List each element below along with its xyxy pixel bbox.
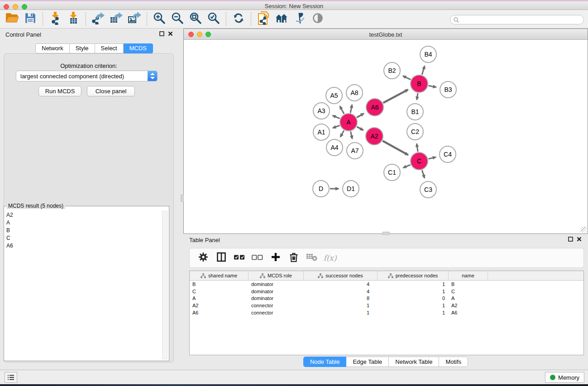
save-session-button[interactable] bbox=[21, 11, 39, 27]
tab-edge-table[interactable]: Edge Table bbox=[346, 357, 389, 367]
cell[interactable]: A2 bbox=[449, 303, 488, 308]
edge-A-A2[interactable] bbox=[357, 127, 363, 130]
window-resize-grip[interactable] bbox=[581, 227, 587, 233]
edge-C-C4[interactable] bbox=[428, 157, 435, 159]
tab-network-table[interactable]: Network Table bbox=[389, 357, 439, 367]
edge-B-B3[interactable] bbox=[429, 86, 436, 87]
zoom-in-button[interactable] bbox=[150, 11, 168, 27]
tab-network[interactable]: Network bbox=[35, 43, 70, 53]
cell[interactable]: A2 bbox=[190, 303, 249, 308]
delete-button[interactable] bbox=[286, 250, 302, 266]
column-header-successor-nodes[interactable]: successor nodes bbox=[304, 271, 378, 280]
graph-node-A3[interactable]: A3 bbox=[313, 102, 330, 119]
add-button[interactable] bbox=[268, 250, 284, 266]
cell[interactable]: C bbox=[449, 289, 488, 294]
graph-node-B[interactable]: B bbox=[410, 75, 428, 93]
cell[interactable]: 8 bbox=[304, 295, 378, 301]
run-mcds-button[interactable]: Run MCDS bbox=[38, 86, 81, 96]
tab-node-table[interactable]: Node Table bbox=[303, 357, 347, 367]
cell[interactable]: A6 bbox=[190, 310, 249, 315]
edge-B-B1[interactable] bbox=[417, 93, 418, 100]
close-panel-button[interactable]: Close panel bbox=[87, 86, 135, 96]
cell[interactable]: 1 bbox=[304, 310, 378, 315]
cell[interactable]: 4 bbox=[304, 289, 378, 294]
graph-node-B4[interactable]: B4 bbox=[420, 46, 437, 63]
edge-A-A4[interactable] bbox=[340, 130, 344, 137]
deselect-all-button[interactable] bbox=[249, 250, 266, 266]
graph-node-A4[interactable]: A4 bbox=[326, 139, 343, 156]
tab-style[interactable]: Style bbox=[70, 43, 95, 53]
zoom-out-button[interactable] bbox=[168, 11, 186, 27]
tab-select[interactable]: Select bbox=[95, 43, 124, 53]
cell[interactable]: 1 bbox=[378, 289, 449, 294]
delete-table-button[interactable] bbox=[304, 250, 320, 266]
settings-button[interactable] bbox=[195, 250, 211, 266]
node-table[interactable]: shared nameMCDS rolesuccessor nodesprede… bbox=[189, 271, 584, 355]
cell[interactable]: 4 bbox=[304, 281, 378, 287]
mcds-result-scrollbar[interactable] bbox=[162, 211, 167, 359]
edge-C-C2[interactable] bbox=[417, 144, 418, 152]
import-network-button[interactable] bbox=[46, 11, 64, 27]
import-table-button[interactable] bbox=[64, 11, 82, 27]
table-row[interactable]: A2connector11A2 bbox=[190, 302, 583, 309]
network-canvas[interactable]: B4B2BB3A8A5A6A3B1AA1C2A2A4A7C4CC1C3DD1 bbox=[184, 40, 588, 234]
graph-node-A7[interactable]: A7 bbox=[346, 142, 363, 159]
tab-motifs[interactable]: Motifs bbox=[439, 357, 468, 367]
cell[interactable]: dominator bbox=[249, 295, 304, 301]
select-stepper-icon[interactable] bbox=[148, 71, 157, 81]
cell[interactable]: 0 bbox=[378, 295, 449, 301]
graph-node-A8[interactable]: A8 bbox=[346, 84, 363, 101]
tab-mcds[interactable]: MCDS bbox=[124, 43, 153, 53]
optimization-criterion-select[interactable]: largest connected component (directed) bbox=[16, 71, 158, 81]
mcds-result-item[interactable]: B bbox=[5, 226, 160, 234]
table-row[interactable]: Cdominator41C bbox=[190, 288, 583, 295]
export-table-button[interactable] bbox=[107, 11, 125, 27]
search-input[interactable] bbox=[459, 16, 583, 24]
mcds-result-item[interactable]: A bbox=[5, 219, 160, 226]
graphics-details-button[interactable] bbox=[291, 11, 309, 27]
edge-A-A8[interactable] bbox=[350, 105, 352, 113]
graph-node-D1[interactable]: D1 bbox=[342, 180, 359, 197]
edge-B-B4[interactable] bbox=[422, 66, 425, 75]
column-header-name[interactable]: name bbox=[449, 271, 488, 280]
cell[interactable]: 1 bbox=[378, 281, 449, 287]
export-network-button[interactable] bbox=[89, 11, 107, 27]
graph-node-C[interactable]: C bbox=[410, 152, 428, 170]
home-button[interactable] bbox=[272, 11, 291, 27]
cell[interactable]: 1 bbox=[378, 303, 449, 308]
eye-button[interactable] bbox=[309, 11, 327, 27]
cell[interactable]: B bbox=[449, 281, 488, 287]
open-session-button[interactable] bbox=[3, 11, 21, 27]
edge-A6-B[interactable] bbox=[383, 90, 408, 103]
cell[interactable]: C bbox=[190, 289, 249, 294]
mcds-result-item[interactable]: A2 bbox=[5, 211, 160, 219]
mcds-result-item[interactable]: C bbox=[5, 234, 160, 242]
zoom-fit-button[interactable] bbox=[186, 11, 205, 27]
mcds-result-list[interactable]: A2ABCA6 bbox=[5, 211, 160, 360]
column-header-predecessor-nodes[interactable]: predecessor nodes bbox=[378, 271, 449, 280]
zoom-selected-button[interactable] bbox=[205, 11, 223, 27]
edge-C-C3[interactable] bbox=[422, 170, 424, 178]
network-document-button[interactable] bbox=[254, 11, 272, 27]
edge-A-A6[interactable] bbox=[357, 114, 363, 118]
graph-node-B2[interactable]: B2 bbox=[383, 62, 401, 79]
cell[interactable]: 1 bbox=[304, 303, 378, 308]
graph-node-C4[interactable]: C4 bbox=[439, 146, 456, 163]
cell[interactable]: A6 bbox=[449, 310, 488, 315]
cell[interactable]: 1 bbox=[378, 310, 449, 315]
graph-node-C1[interactable]: C1 bbox=[383, 164, 401, 181]
memory-button[interactable]: Memory bbox=[545, 372, 584, 383]
vertical-splitter-handle[interactable] bbox=[181, 195, 184, 202]
cell[interactable]: dominator bbox=[249, 281, 304, 287]
table-row[interactable]: Bdominator41B bbox=[190, 281, 583, 288]
edge-A-A7[interactable] bbox=[351, 131, 353, 138]
table-row[interactable]: Adominator80A bbox=[190, 295, 583, 302]
function-button[interactable]: f(x) bbox=[322, 250, 338, 266]
graph-node-A[interactable]: A bbox=[339, 113, 358, 131]
cell[interactable]: connector bbox=[249, 310, 304, 315]
graph-node-B3[interactable]: B3 bbox=[440, 81, 457, 98]
edge-A-A5[interactable] bbox=[340, 106, 344, 114]
cell[interactable]: connector bbox=[249, 303, 304, 308]
graph-node-A6[interactable]: A6 bbox=[366, 98, 384, 116]
cell[interactable]: A bbox=[190, 295, 249, 301]
